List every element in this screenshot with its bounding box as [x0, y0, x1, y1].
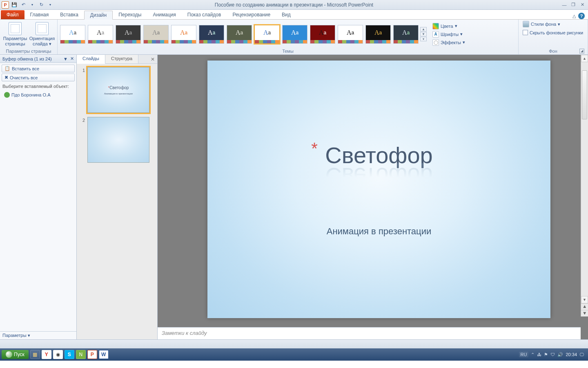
scroll-up-icon[interactable]: ▲ — [581, 55, 588, 62]
hide-bg-graphics-checkbox[interactable]: Скрыть фоновые рисунки — [521, 29, 585, 36]
slide-subtitle[interactable]: Анимация в презентации — [327, 226, 432, 237]
pane-tab-outline[interactable]: Структура — [105, 55, 138, 63]
notes-pane[interactable]: Заметки к слайду — [158, 327, 581, 339]
next-slide-button[interactable]: ⯆ — [581, 310, 588, 316]
language-indicator[interactable]: RU — [519, 352, 529, 357]
slide-editor: *Светофор Светофор Анимация в презентаци… — [158, 55, 588, 339]
clear-icon: ✖ — [4, 75, 8, 80]
themes-scroll-up[interactable]: ▲ — [420, 27, 427, 31]
tray-network-icon[interactable]: 🖧 — [537, 352, 541, 357]
taskbar-powerpoint-icon[interactable]: P — [87, 350, 97, 359]
slide-thumbnails: 1*СветофорАнимация в презентации2 — [77, 64, 157, 339]
hide-bg-label: Скрыть фоновые рисунки — [530, 30, 583, 35]
theme-thumbnail[interactable]: Aa — [171, 25, 196, 44]
slide-orientation-button[interactable]: Ориентация слайда ▾ — [29, 22, 55, 46]
tray-shield-icon[interactable]: 🛡 — [550, 352, 555, 357]
clipboard-title: Буфер обмена (1 из 24) — [2, 56, 52, 61]
paste-all-button[interactable]: 📋Вставить все — [2, 65, 75, 72]
system-tray: RU ⌃ 🖧 ⚑ 🛡 🔊 20:34 🖵 — [519, 352, 586, 357]
theme-thumbnail[interactable]: Aa — [199, 25, 224, 44]
slide-thumbnail[interactable] — [87, 117, 149, 163]
theme-thumbnail[interactable]: Aa — [143, 25, 169, 44]
tab-insert[interactable]: Вставка — [54, 10, 84, 19]
colors-button[interactable]: Цвета ▾ — [431, 22, 467, 30]
save-icon[interactable]: 💾 — [11, 1, 18, 9]
theme-thumbnail[interactable]: Aa — [282, 25, 307, 44]
theme-thumbnail[interactable]: Aa — [60, 25, 85, 44]
tray-volume-icon[interactable]: 🔊 — [557, 352, 563, 357]
theme-thumbnail[interactable]: Aa — [88, 25, 113, 44]
start-button[interactable]: Пуск — [2, 350, 29, 359]
tab-design[interactable]: Дизайн — [84, 11, 113, 20]
group-background: Стили фона ▾ Скрыть фоновые рисунки Фон◢ — [519, 20, 588, 54]
tab-review[interactable]: Рецензирование — [227, 10, 276, 19]
taskbar-notepad-icon[interactable]: N — [76, 350, 86, 359]
themes-scroll-down[interactable]: ▼ — [420, 32, 427, 36]
fonts-label: Шрифты — [441, 32, 459, 37]
slide-thumbnail[interactable]: *СветофорАнимация в презентации — [87, 67, 149, 113]
status-bar — [0, 339, 588, 348]
theme-thumbnail[interactable]: Aa — [310, 25, 335, 44]
theme-thumbnail[interactable]: Aa — [338, 25, 363, 44]
qat-dropdown-icon[interactable]: ▼ — [47, 1, 54, 9]
scroll-track[interactable] — [581, 62, 588, 296]
tab-home[interactable]: Главная — [24, 10, 55, 19]
theme-thumbnail[interactable]: Aa — [393, 25, 419, 44]
quick-access-toolbar: P 💾 ↶ ▼ ↻ ▼ — [0, 1, 56, 9]
background-styles-button[interactable]: Стили фона ▾ — [521, 20, 562, 28]
help-icon[interactable]: ? — [578, 13, 585, 19]
tab-transitions[interactable]: Переходы — [113, 10, 147, 19]
tray-clock[interactable]: 20:34 — [566, 352, 577, 357]
bg-dialog-launcher[interactable]: ◢ — [579, 49, 584, 54]
tab-slideshow[interactable]: Показ слайдов — [182, 10, 227, 19]
theme-thumbnail[interactable]: Aa — [365, 25, 391, 44]
vertical-scrollbar[interactable]: ▲ ▼ ⯅ ⯆ — [581, 55, 588, 316]
pane-tabs: Слайды Структура ✕ — [77, 55, 157, 64]
undo-dropdown-icon[interactable]: ▼ — [29, 1, 36, 9]
minimize-ribbon-icon[interactable]: △ — [572, 13, 576, 19]
clipboard-options-button[interactable]: Параметры ▾ — [0, 331, 76, 339]
clipboard-header: Буфер обмена (1 из 24) ▼✕ — [0, 55, 76, 63]
clipboard-item[interactable]: Пдо Боронина О.А — [2, 90, 74, 99]
notes-placeholder: Заметки к слайду — [158, 328, 581, 339]
bg-styles-label: Стили фона — [531, 22, 556, 27]
scroll-handle[interactable] — [582, 70, 587, 119]
taskbar-explorer-icon[interactable]: ▦ — [30, 350, 40, 359]
taskbar-word-icon[interactable]: W — [99, 350, 109, 359]
themes-expand[interactable]: ▾ — [420, 37, 427, 41]
tab-file[interactable]: Файл — [1, 10, 24, 19]
scroll-down-icon[interactable]: ▼ — [581, 296, 588, 303]
page-setup-label: Параметры страницы — [2, 36, 28, 46]
taskbar-yandex-icon[interactable]: Y — [42, 350, 51, 359]
clear-all-button[interactable]: ✖Очистить все — [2, 74, 75, 81]
clipboard-pane: Буфер обмена (1 из 24) ▼✕ 📋Вставить все … — [0, 55, 77, 339]
tray-flag-icon[interactable]: ⚑ — [544, 352, 548, 357]
undo-icon[interactable]: ↶ — [20, 1, 27, 9]
fonts-icon: A — [432, 31, 439, 38]
tray-chevron-icon[interactable]: ⌃ — [531, 352, 535, 357]
theme-thumbnail[interactable]: Aa — [116, 25, 141, 44]
window-title: Пособие по созданию анимации в презентац… — [215, 2, 373, 8]
restore-button[interactable]: ❐ — [569, 2, 577, 8]
tab-animation[interactable]: Анимация — [147, 10, 181, 19]
slide-canvas[interactable]: *Светофор Светофор Анимация в презентаци… — [207, 61, 550, 318]
close-button[interactable]: ✕ — [578, 2, 586, 8]
tray-monitor-icon[interactable]: 🖵 — [579, 352, 584, 357]
clipboard-close-icon[interactable]: ✕ — [70, 56, 74, 61]
taskbar-chrome-icon[interactable]: ◉ — [53, 350, 63, 359]
prev-slide-button[interactable]: ⯅ — [581, 303, 588, 310]
effects-button[interactable]: ◯Эффекты ▾ — [431, 39, 467, 46]
clipboard-dropdown-icon[interactable]: ▼ — [63, 56, 68, 61]
pane-close-icon[interactable]: ✕ — [148, 55, 157, 63]
page-setup-button[interactable]: Параметры страницы — [2, 22, 28, 46]
tab-view[interactable]: Вид — [276, 10, 296, 19]
pane-tab-slides[interactable]: Слайды — [77, 55, 105, 64]
redo-icon[interactable]: ↻ — [38, 1, 45, 9]
taskbar-skype-icon[interactable]: S — [65, 350, 74, 359]
fonts-button[interactable]: AШрифты ▾ — [431, 31, 467, 38]
theme-thumbnail[interactable]: Aa — [227, 25, 252, 44]
group-themes: AaAaAaAaAaAaAaAaAaAaAaAaAa ▲ ▼ ▾ Цвета ▾… — [58, 20, 519, 54]
asterisk-icon: * — [311, 139, 318, 158]
minimize-button[interactable]: — — [560, 2, 568, 8]
theme-thumbnail[interactable]: Aa — [254, 25, 280, 44]
